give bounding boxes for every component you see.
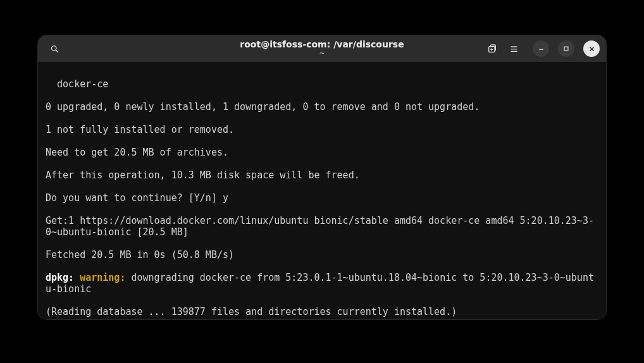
output-line: Get:1 https://download.docker.com/linux/…: [46, 215, 598, 238]
search-icon: [50, 44, 59, 54]
search-button[interactable]: [44, 39, 65, 58]
title-sub: ~: [240, 50, 404, 58]
output-line: Do you want to continue? [Y/n] y: [46, 192, 598, 204]
svg-rect-9: [564, 47, 568, 51]
maximize-icon: [563, 46, 569, 52]
output-line: After this operation, 10.3 MB disk space…: [46, 169, 598, 181]
output-line: (Reading database ... 139877 files and d…: [46, 306, 598, 317]
output-line: 1 not fully installed or removed.: [46, 124, 598, 135]
warning-text: downgrading docker-ce from 5:23.0.1-1~ub…: [46, 272, 594, 295]
svg-line-1: [56, 50, 58, 52]
minimize-icon: [538, 46, 545, 52]
terminal-body[interactable]: docker-ce 0 upgraded, 0 newly installed,…: [38, 62, 606, 319]
titlebar: root@itsfoss-com: /var/discourse ~: [38, 35, 606, 62]
hamburger-menu-button[interactable]: [504, 39, 524, 58]
window-title: root@itsfoss-com: /var/discourse ~: [240, 40, 404, 57]
output-line: docker-ce: [46, 78, 598, 90]
output-line: 0 upgraded, 0 newly installed, 1 downgra…: [46, 101, 598, 113]
output-line: Fetched 20.5 MB in 0s (50.8 MB/s): [46, 249, 598, 261]
warning-label: warning:: [74, 272, 125, 283]
maximize-button[interactable]: [558, 40, 574, 57]
output-line: dpkg: warning: downgrading docker-ce fro…: [46, 272, 598, 295]
terminal-window: root@itsfoss-com: /var/discourse ~ docke…: [38, 35, 606, 319]
minimize-button[interactable]: [533, 40, 549, 57]
title-main: root@itsfoss-com: /var/discourse: [240, 39, 404, 49]
close-icon: [588, 46, 595, 52]
svg-point-0: [51, 46, 56, 51]
dpkg-label: dpkg:: [46, 272, 74, 283]
output-line: Need to get 20.5 MB of archives.: [46, 147, 598, 158]
new-tab-icon: [487, 44, 497, 54]
new-tab-button[interactable]: [482, 39, 502, 58]
close-button[interactable]: [583, 40, 600, 57]
hamburger-icon: [509, 44, 519, 54]
